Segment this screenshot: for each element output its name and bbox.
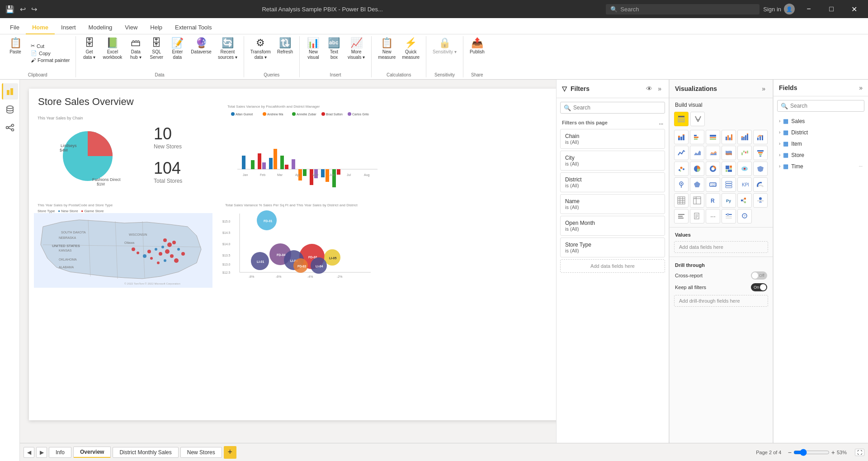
minimize-button[interactable]: −	[798, 2, 819, 16]
get-data-button[interactable]: 🗄 Getdata ▾	[80, 36, 99, 62]
viz-treemap[interactable]	[722, 162, 736, 176]
save-button[interactable]: 💾	[4, 4, 16, 14]
viz-line-clustered[interactable]	[753, 130, 768, 144]
tab-view[interactable]: View	[118, 21, 144, 34]
transform-data-button[interactable]: ⚙ Transformdata ▾	[248, 36, 274, 62]
viz-multi-row-card[interactable]	[722, 177, 736, 192]
viz-azure-map[interactable]	[674, 177, 689, 192]
zoom-decrease-button[interactable]: −	[788, 449, 792, 456]
field-item-time[interactable]: › ▦ Time ···	[774, 161, 868, 172]
viz-clustered-column[interactable]	[722, 130, 736, 144]
field-item-sales[interactable]: › ▦ Sales	[774, 115, 868, 127]
viz-stacked-bar[interactable]	[674, 130, 689, 144]
pie-chart-visual[interactable]: This Year Sales by Chain Lindseys $4M Fa…	[33, 114, 142, 195]
map-visual[interactable]: This Year Sales by PostalCode and Store …	[33, 201, 217, 296]
viz-map[interactable]	[737, 162, 752, 176]
filter-card-city[interactable]: City is (All)	[560, 151, 665, 171]
text-box-button[interactable]: 🔤 Textbox	[324, 36, 344, 62]
nav-report[interactable]	[2, 83, 18, 100]
page-nav-prev[interactable]: ◀	[24, 447, 34, 458]
viz-funnel[interactable]	[753, 146, 768, 160]
filters-more-icon[interactable]: ...	[659, 120, 663, 125]
copy-button[interactable]: 📄 Copy	[29, 50, 72, 57]
field-item-item[interactable]: › ▦ Item	[774, 138, 868, 149]
viz-decomp-tree[interactable]	[737, 193, 752, 208]
viz-ribbon-chart[interactable]	[722, 146, 736, 160]
store-count-visual[interactable]: 10 New Stores 104 Total Stores	[144, 114, 217, 195]
zoom-slider[interactable]	[793, 449, 830, 456]
viz-py-visual[interactable]: Py	[722, 193, 736, 208]
filters-eye-button[interactable]: 👁	[644, 84, 654, 93]
viz-key-influencers[interactable]	[753, 193, 768, 208]
maximize-button[interactable]: □	[821, 2, 842, 16]
zoom-increase-button[interactable]: +	[831, 449, 835, 456]
nav-data[interactable]	[2, 101, 18, 118]
viz-more-icon[interactable]: ···	[706, 209, 720, 223]
refresh-button[interactable]: 🔃 Refresh	[274, 36, 296, 57]
quick-measure-button[interactable]: ⚡ Quickmeasure	[399, 36, 422, 62]
field-item-store[interactable]: › ▦ Store	[774, 149, 868, 161]
more-visuals-button[interactable]: 📈 Morevisuals ▾	[345, 36, 368, 62]
viz-stacked-area[interactable]	[706, 146, 720, 160]
viz-shape-map[interactable]	[690, 177, 704, 192]
viz-r-visual[interactable]: R	[706, 193, 720, 208]
tab-info[interactable]: Info	[49, 447, 71, 458]
excel-workbook-button[interactable]: 📗 Excelworkbook	[100, 36, 125, 62]
viz-stacked-100[interactable]	[706, 130, 720, 144]
paste-button[interactable]: 📋 Paste	[4, 36, 27, 70]
tab-new-stores[interactable]: New Stores	[180, 447, 222, 458]
viz-smart-narrative[interactable]	[674, 209, 689, 223]
filter-card-name[interactable]: Name is (All)	[560, 194, 665, 214]
viz-add-drillthrough-field[interactable]: Add drill-through fields here	[674, 295, 768, 307]
cross-report-toggle[interactable]: Off	[751, 271, 767, 280]
tab-overview[interactable]: Overview	[73, 447, 111, 458]
fit-page-button[interactable]: ⛶	[855, 449, 864, 456]
viz-gauge[interactable]	[753, 177, 768, 192]
viz-card[interactable]: 123	[706, 177, 720, 192]
tab-modeling[interactable]: Modeling	[82, 21, 119, 34]
filter-card-store-type[interactable]: Store Type is (All)	[560, 238, 665, 257]
bubble-chart-visual[interactable]: Total Sales Variance % Sales Per Sq Ft a…	[221, 201, 382, 296]
viz-matrix[interactable]	[690, 193, 704, 208]
bar-chart-visual[interactable]: Total Sales Variance by FiscalMonth and …	[223, 102, 382, 200]
close-button[interactable]: ✕	[844, 2, 864, 16]
viz-area-chart[interactable]	[690, 146, 704, 160]
cut-button[interactable]: ✂ Cut	[29, 43, 72, 49]
field-item-district[interactable]: › ▦ District	[774, 127, 868, 138]
viz-donut[interactable]	[706, 162, 720, 176]
viz-filled-map[interactable]	[753, 162, 768, 176]
signin-area[interactable]: Sign in 👤	[763, 4, 795, 14]
title-search-box[interactable]: 🔍 Search	[606, 4, 760, 14]
recent-sources-button[interactable]: 🔄 Recentsources ▾	[215, 36, 240, 62]
viz-expand-button[interactable]: »	[760, 84, 767, 93]
nav-model[interactable]	[2, 119, 18, 136]
tab-help[interactable]: Help	[144, 21, 169, 34]
viz-waterfall[interactable]	[737, 146, 752, 160]
filter-card-chain[interactable]: Chain is (All)	[560, 129, 665, 149]
filter-card-district[interactable]: District is (All)	[560, 172, 665, 192]
tab-external-tools[interactable]: External Tools	[169, 21, 218, 34]
sql-server-button[interactable]: 🗄 SQLServer	[146, 36, 166, 62]
viz-format-icon[interactable]	[690, 112, 705, 126]
viz-paginated[interactable]	[690, 209, 704, 223]
new-measure-button[interactable]: 📋 Newmeasure	[375, 36, 398, 62]
filters-expand-button[interactable]: »	[656, 84, 663, 93]
viz-table[interactable]	[674, 193, 689, 208]
viz-pie[interactable]	[690, 162, 704, 176]
tab-insert[interactable]: Insert	[55, 21, 82, 34]
page-nav-next[interactable]: ▶	[36, 447, 47, 458]
viz-clustered-bar[interactable]	[690, 130, 704, 144]
enter-data-button[interactable]: 📝 Enterdata	[167, 36, 187, 62]
filter-search-input[interactable]	[560, 102, 665, 114]
viz-scatter[interactable]	[674, 162, 689, 176]
viz-kpi[interactable]: KPI	[737, 177, 752, 192]
publish-button[interactable]: 📤 Publish	[467, 36, 487, 57]
sensitivity-button[interactable]: 🔒 Sensitivity ▾	[430, 36, 459, 57]
new-visual-button[interactable]: 📊 Newvisual	[303, 36, 323, 62]
filter-add-field[interactable]: Add data fields here	[560, 259, 665, 273]
keep-filters-toggle[interactable]: On	[751, 283, 767, 291]
redo-button[interactable]: ↪	[29, 4, 39, 14]
viz-line-chart[interactable]	[674, 146, 689, 160]
viz-add-data-field[interactable]: Add data fields here	[674, 241, 768, 253]
format-painter-button[interactable]: 🖌 Format painter	[29, 57, 72, 63]
